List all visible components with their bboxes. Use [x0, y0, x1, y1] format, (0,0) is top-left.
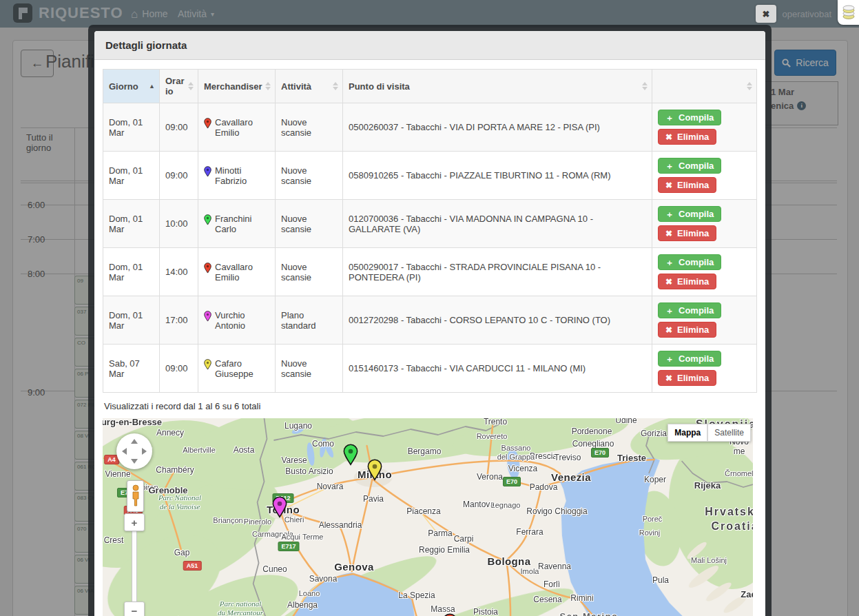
x-icon: ✖: [665, 229, 672, 238]
compila-button[interactable]: ＋Compila: [658, 158, 721, 174]
map-type-toggle: Mappa Satellite: [667, 424, 751, 442]
x-icon: ✖: [665, 278, 672, 286]
merchandiser-name: Vurchio Antonio: [215, 310, 269, 331]
visit-point-cell: 0012720298 - Tabacchi - CORSO LEPANTO 10…: [343, 296, 652, 345]
modal-close-button[interactable]: ✖: [756, 5, 776, 23]
sort-down-icon: [333, 87, 338, 90]
sort-up-icon: [642, 82, 648, 85]
x-icon: ✖: [665, 374, 672, 382]
sort-icon: [642, 82, 648, 90]
plus-icon: ＋: [665, 210, 674, 218]
records-summary: Visualizzati i record dal 1 al 6 su 6 to…: [104, 401, 756, 411]
x-icon: ✖: [665, 326, 672, 334]
merchandiser: Minotti Fabrizio: [204, 165, 269, 186]
column-header-Punto di visita[interactable]: Punto di visita: [343, 70, 652, 103]
close-icon: ✖: [763, 9, 770, 19]
merchandiser-cell: Cavallaro Emilio: [198, 248, 276, 296]
zoom-out-button[interactable]: −: [124, 602, 145, 616]
elimina-button[interactable]: ✖Elimina: [658, 177, 716, 193]
day-cell: Dom, 01 Mar: [103, 296, 160, 345]
column-header-label: Punto di visita: [349, 81, 410, 92]
road-badge: E70: [503, 477, 521, 486]
map-marker[interactable]: [272, 496, 287, 521]
column-header-Giorno[interactable]: Giorno▲: [103, 70, 160, 103]
map-pin-icon: [204, 214, 211, 227]
satellite-button[interactable]: Satellite: [707, 424, 751, 442]
table-row: Sab, 07 Mar09:00Cafaro GiuseppeNuove sca…: [103, 345, 757, 393]
actions-cell: ＋Compila✖Elimina: [652, 296, 757, 345]
sort-icon: [188, 82, 194, 90]
x-icon: ✖: [665, 181, 672, 189]
activity-cell: Plano standard: [276, 296, 343, 345]
map-marker[interactable]: [343, 444, 358, 469]
row-actions: ＋Compila✖Elimina: [658, 158, 751, 193]
merchandiser-cell: Vurchio Antonio: [198, 296, 276, 345]
zoom-in-button[interactable]: +: [124, 513, 145, 531]
compila-label: Compila: [679, 305, 714, 316]
column-header-label: Attività: [281, 81, 311, 92]
compila-button[interactable]: ＋Compila: [658, 206, 721, 222]
time-cell: 17:00: [160, 296, 198, 345]
plus-icon: ＋: [665, 162, 674, 170]
elimina-button[interactable]: ✖Elimina: [658, 274, 716, 289]
compila-button[interactable]: ＋Compila: [658, 302, 721, 318]
column-header-Merchandiser[interactable]: Merchandiser: [198, 70, 276, 103]
actions-cell: ＋Compila✖Elimina: [652, 345, 757, 393]
elimina-button[interactable]: ✖Elimina: [658, 129, 716, 145]
actions-cell: ＋Compila✖Elimina: [652, 103, 757, 152]
elimina-button[interactable]: ✖Elimina: [658, 370, 716, 386]
row-actions: ＋Compila✖Elimina: [658, 110, 751, 145]
elimina-button[interactable]: ✖Elimina: [658, 225, 716, 241]
elimina-label: Elimina: [677, 228, 709, 238]
actions-cell: ＋Compila✖Elimina: [652, 248, 757, 296]
road-badge: A51: [183, 561, 202, 571]
table-row: Dom, 01 Mar10:00Franchini CarloNuove sca…: [103, 200, 757, 248]
day-cell: Dom, 01 Mar: [103, 200, 160, 248]
compila-button[interactable]: ＋Compila: [658, 254, 721, 270]
map-marker[interactable]: [442, 613, 457, 616]
merchandiser-cell: Cafaro Giuseppe: [198, 345, 276, 393]
map-pin-icon: [204, 358, 211, 372]
visit-point-cell: 0151460173 - Tabacchi - VIA CARDUCCI 11 …: [343, 345, 652, 393]
column-header-Attività[interactable]: Attività: [276, 70, 343, 103]
row-actions: ＋Compila✖Elimina: [658, 351, 751, 386]
day-cell: Dom, 01 Mar: [103, 152, 160, 200]
activity-cell: Nuove scansie: [276, 200, 343, 248]
compila-button[interactable]: ＋Compila: [658, 351, 721, 367]
compila-label: Compila: [679, 161, 714, 171]
merchandiser: Cavallaro Emilio: [204, 262, 269, 283]
column-header-actions[interactable]: [652, 70, 757, 103]
merchandiser-cell: Minotti Fabrizio: [198, 152, 276, 200]
day-cell: Dom, 01 Mar: [103, 248, 160, 296]
merchandiser: Cafaro Giuseppe: [204, 358, 269, 379]
map-button[interactable]: Mappa: [667, 424, 707, 442]
merchandiser-name: Cavallaro Emilio: [215, 262, 269, 283]
sort-up-icon: [333, 82, 338, 85]
elimina-label: Elimina: [677, 132, 709, 142]
time-cell: 09:00: [160, 345, 198, 393]
sort-icon: [333, 82, 338, 90]
browser-extension-button[interactable]: [838, 0, 859, 25]
x-icon: ✖: [665, 133, 672, 141]
elimina-button[interactable]: ✖Elimina: [658, 322, 716, 338]
zoom-slider[interactable]: [132, 530, 137, 603]
time-cell: 14:00: [160, 248, 198, 296]
road-badge: E70: [591, 448, 609, 458]
map-pin-icon: [204, 165, 211, 179]
plus-icon: ＋: [665, 258, 674, 267]
activity-cell: Nuove scansie: [276, 103, 343, 152]
column-header-Orario[interactable]: Orario: [160, 70, 198, 103]
activity-cell: Nuove scansie: [276, 248, 343, 296]
street-view-pegman[interactable]: [127, 480, 144, 512]
map-marker[interactable]: [367, 459, 382, 484]
map[interactable]: urg-en-BresseAnnecyelleyAlbertvilleChamb…: [103, 418, 753, 616]
modal-title: Dettagli giornata: [94, 31, 765, 60]
row-actions: ＋Compila✖Elimina: [658, 206, 751, 241]
row-actions: ＋Compila✖Elimina: [658, 254, 751, 289]
day-cell: Sab, 07 Mar: [103, 345, 160, 393]
merchandiser-cell: Franchini Carlo: [198, 200, 276, 248]
time-cell: 09:00: [160, 103, 198, 152]
compila-button[interactable]: ＋Compila: [658, 110, 721, 125]
plus-icon: ＋: [665, 355, 674, 363]
map-pan-control[interactable]: [116, 433, 152, 469]
